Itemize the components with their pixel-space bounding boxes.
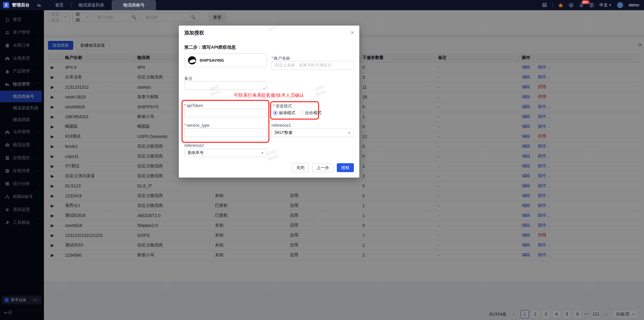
close-icon[interactable]: ✕ [350, 30, 355, 36]
notifications-bell-icon[interactable]: 99+ [579, 3, 584, 7]
add-auth-modal: 添加授权 ✕ 第二步：填写API授权信息 SHIPSAVING 账户名称 自定义… [179, 26, 359, 178]
top-tab-3[interactable]: 物流商账号 [112, 0, 156, 10]
topbar-divider [552, 3, 553, 7]
compare-mode-radio[interactable]: 比价模式 [299, 110, 321, 116]
remark-label: 备注 [184, 76, 192, 81]
user-avatar[interactable]: 👤 [617, 2, 623, 8]
account-name-label: 账户名称 [271, 56, 290, 61]
page-tabs: 首页物流渠道列表物流商账号 [48, 0, 156, 10]
print-icon[interactable] [542, 3, 547, 7]
chevron-down-icon: ▼ [261, 151, 264, 155]
service-type-input[interactable] [184, 128, 267, 137]
authorize-button[interactable]: 授权 [337, 163, 354, 172]
app-title: 管理后台 [12, 2, 30, 8]
chevron-down-icon: ▼ [348, 131, 351, 135]
prev-step-button[interactable]: 上一步 [312, 163, 333, 172]
sidebar-toggle-icon[interactable]: ⇆ [37, 3, 41, 8]
username: demo [629, 3, 639, 7]
resize-handle-icon[interactable] [263, 87, 267, 89]
reference1-label: reference1 [271, 123, 291, 128]
language-selector[interactable]: 中文▼ [599, 2, 612, 8]
topbar-right: 99+ 中文▼ 👤 demo [542, 2, 644, 8]
top-tab-2[interactable]: 物流渠道列表 [71, 0, 112, 10]
channel-mode-label: 渠道模式 [273, 103, 292, 109]
topbar: X 管理后台 ⇆ 首页物流渠道列表物流商账号 99+ 中文▼ 👤 demo [0, 0, 644, 10]
modal-title: 添加授权 [184, 30, 204, 36]
remark-textarea[interactable] [184, 81, 267, 90]
close-button[interactable]: 关闭 [292, 163, 309, 172]
service-type-label: service_type [184, 123, 209, 128]
modal-step-title: 第二步：填写API授权信息 [184, 44, 236, 50]
reference2-select[interactable]: 系统单号▼ [184, 149, 267, 157]
api-token-label: apiToken [184, 103, 203, 108]
standard-mode-radio[interactable]: 标准模式 [273, 110, 295, 116]
download-icon[interactable] [569, 3, 574, 7]
top-tab-1[interactable]: 首页 [48, 0, 71, 10]
provider-name: SHIPSAVING [200, 58, 224, 62]
reference2-label: reference2 [184, 143, 204, 148]
reference1-select[interactable]: SKU*数量▼ [271, 128, 354, 137]
modal-account-input[interactable]: 自定义名称，多账号时方便区分 [271, 61, 354, 70]
robot-assistant-icon[interactable] [558, 3, 563, 8]
contact-notice: 可联系打单系统客服/技术人员确认 [179, 92, 359, 98]
notification-badge: 99+ [582, 0, 590, 4]
radio-unchecked-icon [299, 111, 304, 115]
shipsaving-logo-icon [188, 56, 196, 64]
provider-card: SHIPSAVING [184, 54, 267, 67]
help-icon[interactable] [589, 3, 594, 7]
radio-checked-icon [273, 111, 278, 115]
app-logo-icon: X [3, 2, 9, 8]
api-token-input[interactable] [184, 109, 267, 117]
